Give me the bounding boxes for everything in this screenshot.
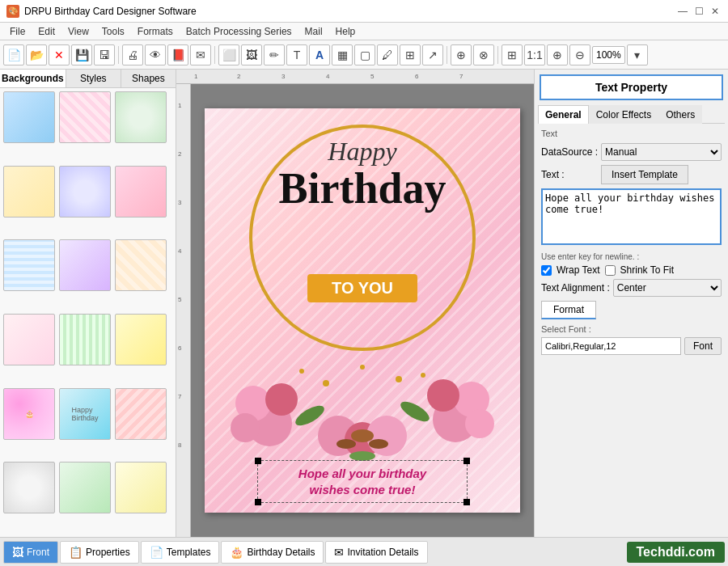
svg-point-6 [427,379,459,412]
svg-point-14 [323,380,329,386]
toolbar-text[interactable]: T [286,44,307,65]
prop-tab-others[interactable]: Others [658,105,702,124]
format-tab-container: Format [541,301,722,324]
menu-view[interactable]: View [61,24,95,39]
bg-thumb-8[interactable] [59,239,111,291]
bg-thumb-2[interactable] [59,91,111,143]
bg-thumb-12[interactable] [115,314,167,365]
toolbar-11[interactable]: 1:1 [524,44,545,65]
text-content-textarea[interactable]: Hope all your birthday wishes come true! [541,188,722,245]
toolbar-print[interactable]: 🖨 [122,44,143,65]
toolbar-table[interactable]: ⊞ [400,44,421,65]
tab-shapes[interactable]: Shapes [121,70,176,87]
close-button[interactable]: ✕ [709,5,722,18]
datasource-select[interactable]: Manual Database CSV [601,143,722,161]
toolbar-open[interactable]: 📂 [26,44,47,65]
handle-bottom-right[interactable] [463,499,470,505]
toolbar-shapes[interactable]: ⬜ [218,44,239,65]
maximize-button[interactable]: ☐ [692,5,705,18]
bottom-tab-properties[interactable]: 📋 Properties [60,541,139,564]
shrink-fit-checkbox[interactable] [605,265,616,276]
card-to-you-banner: TO YOU [307,274,417,302]
bg-thumb-7[interactable] [3,239,55,291]
toolbar-copy-page[interactable]: ⊕ [451,44,472,65]
handle-bottom-left[interactable] [255,499,261,505]
main-area: Backgrounds Styles Shapes 🎂 HappyBirthda… [0,70,728,537]
prop-tab-general[interactable]: General [538,105,589,124]
prop-tab-color-effects[interactable]: Color Effects [589,105,658,124]
font-row: Font [541,337,722,355]
bg-thumb-13[interactable]: 🎂 [3,388,55,440]
toolbar-pen[interactable]: ✏ [264,44,285,65]
menu-mail[interactable]: Mail [298,24,329,39]
menu-formats[interactable]: Formats [131,24,180,39]
toolbar-close[interactable]: ✕ [49,44,70,65]
toolbar-saveas[interactable]: 🖫 [94,44,115,65]
toolbar-grid[interactable]: ⊞ [502,44,523,65]
bg-thumb-16[interactable] [3,462,55,513]
toolbar-wordart[interactable]: A [309,44,330,65]
toolbar-new[interactable]: 📄 [3,44,24,65]
insert-template-button[interactable]: Insert Template [601,165,688,184]
tb-sep-4 [497,46,498,64]
handle-top-left[interactable] [255,458,261,464]
font-button[interactable]: Font [684,337,722,355]
bg-thumb-9[interactable] [115,239,167,291]
card-birthday-text: Birthday [278,165,446,213]
canvas-area[interactable]: 1 2 3 4 5 6 7 1 2 3 4 5 6 7 8 Happy [176,70,534,537]
window-controls[interactable]: — ☐ ✕ [676,5,722,18]
bottom-tab-templates[interactable]: 📄 Templates [141,541,220,564]
bg-thumb-11[interactable] [59,314,111,365]
svg-point-2 [265,383,298,416]
bg-thumb-14[interactable]: HappyBirthday [59,388,111,440]
text-btn-row: Text : Insert Template [541,165,722,184]
alignment-select[interactable]: Left Center Right Justify [613,279,722,297]
toolbar-paste-page[interactable]: ⊗ [473,44,494,65]
menu-tools[interactable]: Tools [95,24,131,39]
bottom-tab-front[interactable]: 🖼 Front [3,541,58,564]
toolbar-zoomin[interactable]: ⊕ [547,44,568,65]
card-container[interactable]: Happy Birthday TO YOU [205,108,520,513]
minimize-button[interactable]: — [676,5,689,18]
bg-thumb-18[interactable] [115,462,167,513]
bg-thumb-17[interactable] [59,462,111,513]
bg-thumb-5[interactable] [59,166,111,218]
card-bottom-text-container[interactable]: Hope all your birthdaywishes come true! [257,460,468,503]
toolbar-arrow[interactable]: ↗ [422,44,443,65]
toolbar-signature[interactable]: 🖊 [377,44,398,65]
property-panel-title: Text Property [540,74,723,100]
menu-batch[interactable]: Batch Processing Series [180,24,298,39]
bottom-tab-invitation-label: Invitation Details [347,547,418,558]
card-bottom-text: Hope all your birthdaywishes come true! [258,461,467,502]
svg-point-18 [421,373,425,378]
bg-thumb-4[interactable] [3,166,55,218]
toolbar-save[interactable]: 💾 [71,44,92,65]
toolbar-pdf[interactable]: 📕 [167,44,188,65]
format-tab[interactable]: Format [541,301,596,319]
menu-file[interactable]: File [3,24,32,39]
bottom-tab-invitation[interactable]: ✉ Invitation Details [325,541,427,564]
handle-top-right[interactable] [463,458,470,464]
bg-thumb-10[interactable] [3,314,55,365]
tab-styles[interactable]: Styles [66,70,121,87]
svg-point-17 [299,369,304,374]
toolbar-textbox[interactable]: ▢ [354,44,375,65]
bg-thumb-6[interactable] [115,166,167,218]
bg-thumb-1[interactable] [3,91,55,143]
toolbar-zoom-dropdown[interactable]: ▾ [627,44,648,65]
bg-thumb-3[interactable] [115,91,167,143]
bottom-tab-birthday[interactable]: 🎂 Birthday Details [221,541,324,564]
menu-edit[interactable]: Edit [32,24,61,39]
bg-thumb-15[interactable] [115,388,167,440]
toolbar-preview[interactable]: 👁 [145,44,166,65]
font-value-input[interactable] [541,337,681,355]
svg-point-21 [369,439,388,449]
menu-help[interactable]: Help [329,24,362,39]
toolbar-barcode[interactable]: ▦ [332,44,353,65]
textarea-section: Hope all your birthday wishes come true! [541,188,722,247]
tab-backgrounds[interactable]: Backgrounds [0,70,66,87]
toolbar-image[interactable]: 🖼 [241,44,262,65]
toolbar-zoomout[interactable]: ⊖ [569,44,590,65]
wrap-text-checkbox[interactable] [541,265,552,276]
toolbar-email[interactable]: ✉ [190,44,211,65]
